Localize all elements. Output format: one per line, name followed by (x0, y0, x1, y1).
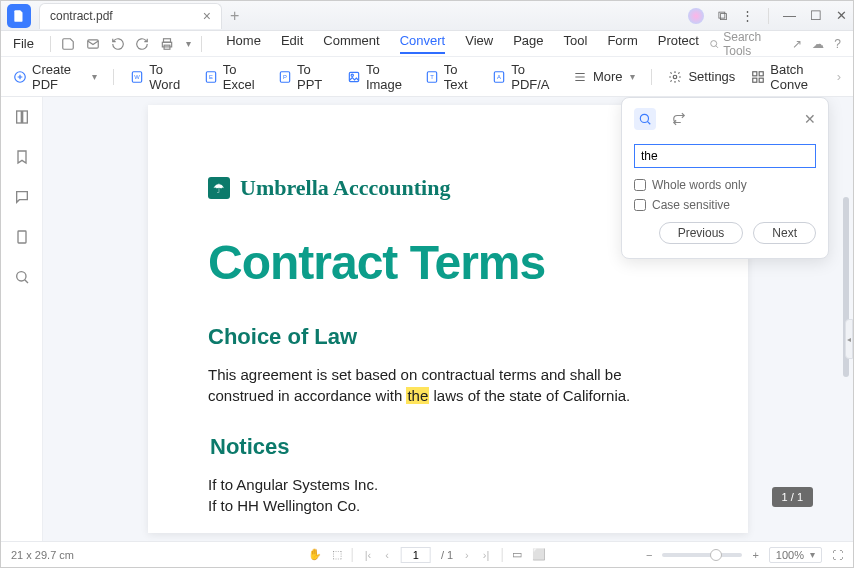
last-page-icon[interactable]: ›| (481, 549, 492, 561)
expand-right-handle[interactable]: ◂ (845, 319, 853, 359)
next-button[interactable]: Next (753, 222, 816, 244)
create-pdf-label: Create PDF (32, 62, 85, 92)
overflow-chevron-icon[interactable]: › (837, 69, 841, 84)
status-right: − + 100%▾ ⛶ (646, 547, 843, 563)
to-image-button[interactable]: To Image (347, 62, 409, 92)
brand-name: Umbrella Acccounting (240, 175, 450, 201)
file-menu[interactable]: File (13, 36, 34, 51)
fullscreen-icon[interactable]: ⛶ (832, 549, 843, 561)
first-page-icon[interactable]: |‹ (363, 549, 374, 561)
svg-rect-23 (16, 111, 21, 123)
whole-words-checkbox[interactable]: Whole words only (634, 178, 816, 192)
page-dimensions: 21 x 29.7 cm (11, 549, 74, 561)
zoom-value: 100% (776, 549, 804, 561)
fit-page-icon[interactable]: ▭ (512, 548, 522, 561)
undo-icon[interactable] (110, 36, 125, 52)
to-word-button[interactable]: WTo Word (130, 62, 187, 92)
svg-rect-20 (760, 71, 764, 75)
divider (50, 36, 51, 52)
search-rail-icon[interactable] (14, 269, 30, 289)
menu-form[interactable]: Form (607, 33, 637, 54)
svg-point-27 (640, 114, 648, 122)
fit-width-icon[interactable]: ⬜ (532, 548, 546, 561)
thumbnails-icon[interactable] (14, 109, 30, 129)
menu-home[interactable]: Home (226, 33, 261, 54)
redo-icon[interactable] (135, 36, 150, 52)
case-sensitive-checkbox[interactable]: Case sensitive (634, 198, 816, 212)
attachment-icon[interactable] (14, 229, 30, 249)
main-area: ▸ ☂ Umbrella Acccounting Contract Terms … (1, 97, 853, 541)
mail-icon[interactable] (86, 36, 101, 52)
to-ppt-label: To PPT (297, 62, 331, 92)
svg-rect-24 (22, 111, 27, 123)
document-tab[interactable]: contract.pdf × (39, 3, 222, 29)
minimize-icon[interactable]: ― (783, 8, 796, 23)
help-icon[interactable]: ? (834, 37, 841, 51)
find-input[interactable] (634, 144, 816, 168)
print-icon[interactable] (160, 36, 175, 52)
new-tab-button[interactable]: + (230, 7, 239, 25)
hand-tool-icon[interactable]: ✋ (308, 548, 322, 561)
menu-protect[interactable]: Protect (658, 33, 699, 54)
document-viewport[interactable]: ☂ Umbrella Acccounting Contract Terms Ch… (43, 97, 853, 541)
zoom-select[interactable]: 100%▾ (769, 547, 822, 563)
prev-page-icon[interactable]: ‹ (383, 549, 391, 561)
maximize-icon[interactable]: ☐ (810, 8, 822, 23)
case-sensitive-label: Case sensitive (652, 198, 730, 212)
tab-bar: contract.pdf × + ⧉ ⋮ ― ☐ ✕ (1, 1, 853, 31)
find-header: ✕ (634, 108, 816, 130)
save-icon[interactable] (61, 36, 76, 52)
next-page-icon[interactable]: › (463, 549, 471, 561)
batch-label: Batch Conve (770, 62, 830, 92)
to-text-button[interactable]: TTo Text (425, 62, 476, 92)
close-tab-icon[interactable]: × (203, 8, 211, 24)
search-highlight: the (406, 387, 429, 404)
more-button[interactable]: More▾ (572, 69, 635, 85)
settings-label: Settings (688, 69, 735, 84)
slider-thumb[interactable] (710, 549, 722, 561)
svg-point-26 (16, 272, 25, 281)
svg-point-18 (674, 75, 678, 79)
create-pdf-button[interactable]: Create PDF ▾ (13, 62, 97, 92)
find-panel: ✕ Whole words only Case sensitive Previo… (621, 97, 829, 259)
settings-button[interactable]: Settings (667, 69, 735, 85)
chevron-down-icon: ▾ (810, 549, 815, 560)
to-ppt-button[interactable]: PTo PPT (278, 62, 331, 92)
divider (352, 548, 353, 562)
to-excel-button[interactable]: ETo Excel (204, 62, 262, 92)
comments-icon[interactable] (14, 189, 30, 209)
find-search-icon[interactable] (634, 108, 656, 130)
zoom-in-icon[interactable]: + (752, 549, 758, 561)
previous-button[interactable]: Previous (659, 222, 744, 244)
to-text-label: To Text (444, 62, 476, 92)
menu-page[interactable]: Page (513, 33, 543, 54)
svg-rect-21 (753, 78, 757, 82)
menu-view[interactable]: View (465, 33, 493, 54)
bookmark-icon[interactable] (14, 149, 30, 169)
find-replace-icon[interactable] (668, 108, 690, 130)
menu-edit[interactable]: Edit (281, 33, 303, 54)
to-pdfa-button[interactable]: ATo PDF/A (492, 62, 556, 92)
batch-convert-button[interactable]: Batch Conve (751, 62, 830, 92)
close-window-icon[interactable]: ✕ (836, 8, 847, 23)
zoom-slider[interactable] (662, 553, 742, 557)
svg-text:W: W (135, 74, 141, 80)
zoom-out-icon[interactable]: − (646, 549, 652, 561)
menu-tool[interactable]: Tool (564, 33, 588, 54)
svg-point-4 (711, 40, 717, 46)
menu-comment[interactable]: Comment (323, 33, 379, 54)
page-number-input[interactable] (401, 547, 431, 563)
kebab-menu-icon[interactable]: ⋮ (741, 8, 754, 23)
share-icon[interactable]: ⧉ (718, 8, 727, 24)
excel-icon: E (204, 69, 218, 85)
open-external-icon[interactable]: ↗ (792, 37, 802, 51)
select-tool-icon[interactable]: ⬚ (332, 548, 342, 561)
find-close-icon[interactable]: ✕ (804, 111, 816, 127)
section-heading: Notices (210, 434, 688, 460)
search-tools[interactable]: Search Tools (709, 30, 782, 58)
quick-chevron-icon[interactable]: ▾ (186, 38, 191, 49)
app-logo (7, 4, 31, 28)
menu-convert[interactable]: Convert (400, 33, 446, 54)
ai-icon[interactable] (688, 8, 704, 24)
cloud-icon[interactable]: ☁ (812, 37, 824, 51)
